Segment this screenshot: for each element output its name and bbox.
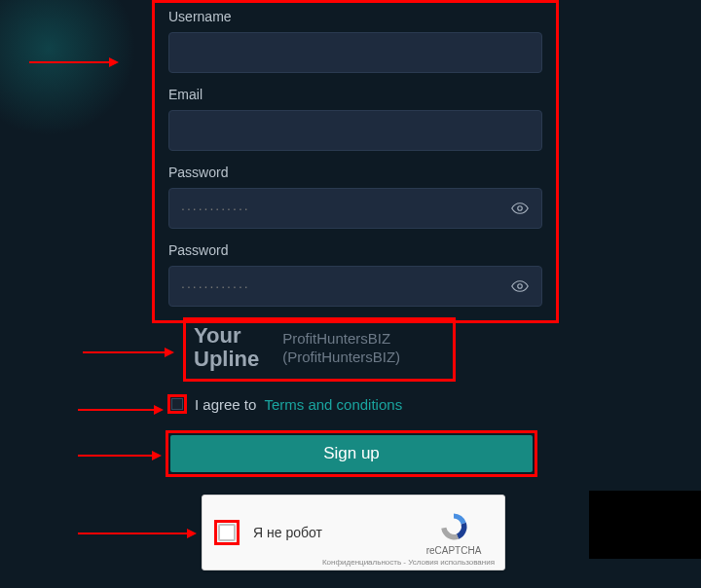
annotation-arrow — [29, 57, 119, 67]
recaptcha-terms-link[interactable]: Условия использования — [408, 558, 495, 567]
upline-title: Your Upline — [194, 324, 259, 371]
username-input-shell[interactable] — [168, 32, 542, 73]
email-label: Email — [168, 87, 542, 102]
username-input[interactable] — [181, 45, 530, 60]
password-confirm-label: Password — [168, 242, 542, 258]
email-input[interactable] — [181, 123, 530, 138]
terms-checkbox-highlight — [167, 394, 187, 414]
svg-point-1 — [518, 284, 523, 289]
upline-value: ProfitHuntersBIZ (ProfitHuntersBIZ) — [282, 329, 400, 367]
annotation-arrow — [83, 348, 174, 357]
upline-title-line2: Upline — [194, 347, 259, 371]
password-confirm-field-group: Password — [168, 242, 542, 307]
svg-point-0 — [518, 206, 523, 211]
upline-value-line1: ProfitHuntersBIZ — [282, 330, 390, 347]
recaptcha-brand-text: reCAPTCHA — [415, 545, 493, 556]
signup-button[interactable]: Sign up — [170, 435, 533, 472]
recaptcha-privacy-link[interactable]: Конфиденциальность — [322, 558, 401, 567]
password-input[interactable] — [181, 201, 510, 216]
password-label: Password — [168, 165, 542, 180]
recaptcha-branding: reCAPTCHA — [415, 510, 493, 556]
terms-link[interactable]: Terms and conditions — [264, 396, 402, 413]
background-glow — [0, 0, 136, 136]
upline-title-line1: Your — [194, 323, 240, 348]
recaptcha-widget: Я не робот reCAPTCHA Конфиденциальность … — [202, 495, 505, 570]
eye-icon[interactable] — [510, 199, 530, 218]
eye-icon[interactable] — [510, 276, 530, 296]
email-input-shell[interactable] — [168, 110, 542, 151]
terms-prefix: I agree to — [195, 396, 256, 413]
recaptcha-legal-links: Конфиденциальность - Условия использован… — [322, 558, 495, 567]
email-field-group: Email — [168, 87, 542, 151]
annotation-arrow — [78, 451, 162, 460]
recaptcha-checkbox-highlight — [214, 520, 240, 545]
recaptcha-icon — [437, 510, 470, 543]
annotation-arrow — [78, 529, 197, 538]
password-field-group: Password — [168, 165, 542, 229]
upline-value-line2: (ProfitHuntersBIZ) — [282, 349, 400, 365]
terms-checkbox[interactable] — [171, 398, 183, 410]
recaptcha-label: Я не робот — [253, 525, 415, 540]
username-label: Username — [168, 9, 542, 24]
terms-row: I agree to Terms and conditions — [167, 394, 402, 414]
annotation-arrow — [78, 405, 164, 415]
background-dark-block — [589, 491, 701, 559]
password-confirm-input-shell[interactable] — [168, 266, 542, 307]
signup-form-group: Username Email Password Password — [152, 0, 559, 323]
username-field-group: Username — [168, 9, 542, 73]
recaptcha-checkbox[interactable] — [218, 524, 236, 541]
password-confirm-input[interactable] — [181, 278, 510, 294]
password-input-shell[interactable] — [168, 188, 542, 229]
signup-button-highlight: Sign up — [166, 430, 537, 477]
upline-info: Your Upline ProfitHuntersBIZ (ProfitHunt… — [183, 317, 456, 382]
